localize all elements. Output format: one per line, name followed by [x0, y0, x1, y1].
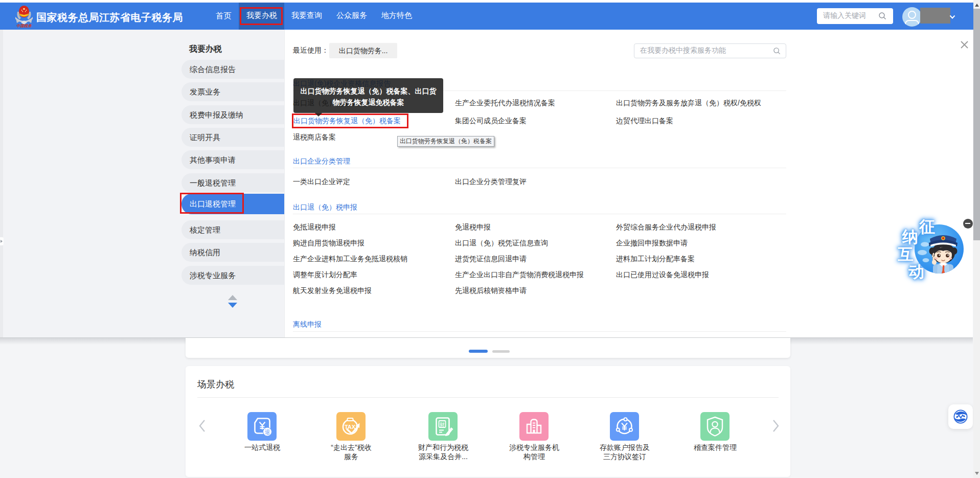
svg-text:退: 退: [265, 429, 270, 435]
svg-text:中国税务: 中国税务: [16, 24, 33, 28]
svg-text:财: 财: [440, 422, 445, 427]
svg-text:TAX: TAX: [345, 424, 356, 430]
